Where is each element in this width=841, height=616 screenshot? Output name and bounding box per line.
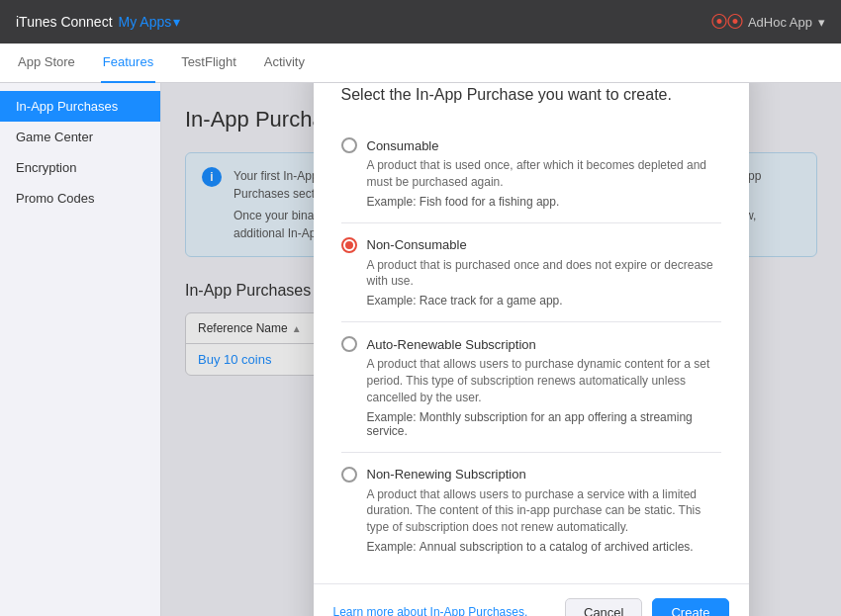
option-consumable-name: Consumable [367,138,439,153]
radio-non-renewing[interactable] [341,467,357,483]
app-selector[interactable]: ⦿⦿ AdHoc App ▾ [710,12,825,33]
tab-testflight[interactable]: TestFlight [179,44,238,83]
cancel-button[interactable]: Cancel [565,598,642,616]
main-content: In-App Purchases i Your first In-App Pur… [161,83,841,616]
option-auto-renewable-desc: A product that allows users to purchase … [367,356,721,405]
sidebar-item-in-app-purchases[interactable]: In-App Purchases [0,91,160,122]
radio-auto-renewable[interactable] [341,336,357,352]
learn-more-link[interactable]: Learn more about In-App Purchases. [333,605,528,616]
option-auto-renewable-name: Auto-Renewable Subscription [367,337,536,352]
modal-overlay: Select the In-App Purchase you want to c… [161,83,841,616]
option-non-renewing-desc: A product that allows users to purchase … [367,486,721,536]
tab-app-store[interactable]: App Store [16,44,77,83]
option-non-consumable[interactable]: Non-Consumable A product that is purchas… [341,223,721,323]
sidebar-item-promo-codes[interactable]: Promo Codes [0,183,160,214]
radio-consumable[interactable] [341,137,357,153]
option-non-consumable-name: Non-Consumable [367,237,467,252]
footer-buttons: Cancel Create [565,598,729,616]
option-auto-renewable[interactable]: Auto-Renewable Subscription A product th… [341,322,721,452]
my-apps-link[interactable]: My Apps ▾ [119,14,181,30]
option-non-consumable-desc: A product that is purchased once and doe… [367,257,721,291]
option-consumable-desc: A product that is used once, after which… [367,157,721,191]
option-consumable-header: Consumable [341,137,721,153]
modal: Select the In-App Purchase you want to c… [314,83,749,616]
brand-label: iTunes Connect [16,14,113,30]
app-chevron: ▾ [818,15,825,30]
tab-features[interactable]: Features [101,44,155,83]
modal-footer: Learn more about In-App Purchases. Cance… [314,583,749,616]
option-consumable[interactable]: Consumable A product that is used once, … [341,124,721,223]
option-non-renewing-name: Non-Renewing Subscription [367,467,526,482]
tab-activity[interactable]: Activity [262,44,307,83]
option-consumable-example: Example: Fish food for a fishing app. [367,195,721,209]
layout: In-App Purchases Game Center Encryption … [0,83,841,616]
sidebar-item-game-center[interactable]: Game Center [0,122,160,152]
top-nav: iTunes Connect My Apps ▾ ⦿⦿ AdHoc App ▾ [0,0,841,44]
app-icon: ⦿⦿ [710,12,742,33]
option-non-renewing-example: Example: Annual subscription to a catalo… [367,540,721,554]
my-apps-chevron: ▾ [173,14,180,30]
sub-nav: App Store Features TestFlight Activity [0,44,841,83]
sidebar: In-App Purchases Game Center Encryption … [0,83,161,616]
app-name-label: AdHoc App [748,15,812,30]
create-button[interactable]: Create [652,598,728,616]
top-nav-left: iTunes Connect My Apps ▾ [16,14,180,30]
option-non-renewing[interactable]: Non-Renewing Subscription A product that… [341,453,721,568]
modal-title: Select the In-App Purchase you want to c… [341,86,721,104]
option-non-consumable-example: Example: Race track for a game app. [367,294,721,308]
option-non-consumable-header: Non-Consumable [341,237,721,253]
radio-non-consumable[interactable] [341,237,357,253]
sidebar-item-encryption[interactable]: Encryption [0,152,160,183]
my-apps-label: My Apps [119,14,172,30]
modal-body: Select the In-App Purchase you want to c… [314,83,749,583]
option-auto-renewable-example: Example: Monthly subscription for an app… [367,410,721,438]
option-non-renewing-header: Non-Renewing Subscription [341,467,721,483]
option-auto-renewable-header: Auto-Renewable Subscription [341,336,721,352]
